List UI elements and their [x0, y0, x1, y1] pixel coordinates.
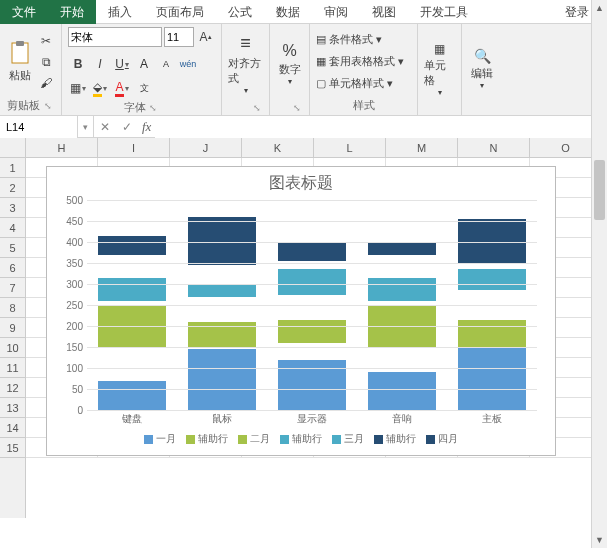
scroll-thumb[interactable] [594, 160, 605, 220]
embedded-chart[interactable]: 图表标题 050100150200250300350400450500 键盘鼠标… [46, 166, 556, 456]
italic-button[interactable]: I [90, 54, 110, 74]
x-label: 主板 [447, 412, 537, 426]
cells-area[interactable]: 图表标题 050100150200250300350400450500 键盘鼠标… [26, 158, 607, 518]
tab-start[interactable]: 开始 [48, 0, 96, 24]
col-header[interactable]: L [314, 138, 386, 157]
cells-button[interactable]: ▦单元格▾ [424, 27, 455, 111]
row-header[interactable]: 6 [0, 258, 25, 278]
phonetic-guide-icon[interactable]: 文 [134, 78, 154, 98]
font-size-select[interactable] [164, 27, 194, 47]
row-header[interactable]: 3 [0, 198, 25, 218]
tab-data[interactable]: 数据 [264, 0, 312, 24]
name-box[interactable] [0, 116, 78, 138]
row-header[interactable]: 15 [0, 438, 25, 458]
bar [278, 320, 346, 343]
chart-legend: 一月辅助行二月辅助行三月辅助行四月 [47, 432, 555, 446]
bar [368, 278, 436, 301]
paste-button[interactable]: 粘贴 [6, 27, 33, 96]
align-label: 对齐方式 [228, 56, 263, 86]
col-header[interactable]: N [458, 138, 530, 157]
table-format-button[interactable]: ▦套用表格格式▾ [316, 52, 404, 72]
x-axis-labels: 键盘鼠标显示器音响主板 [87, 412, 537, 426]
bar [278, 269, 346, 294]
number-launcher-icon[interactable]: ⤡ [276, 101, 303, 113]
tab-formula[interactable]: 公式 [216, 0, 264, 24]
enter-icon[interactable]: ✓ [116, 116, 138, 138]
namebox-dropdown-icon[interactable]: ▾ [78, 116, 94, 138]
row-header[interactable]: 2 [0, 178, 25, 198]
shrink-font-icon[interactable]: A [156, 54, 176, 74]
bold-button[interactable]: B [68, 54, 88, 74]
align-button[interactable]: ≡对齐方式▾ [228, 27, 263, 101]
group-styles: ▤条件格式▾ ▦套用表格格式▾ ▢单元格样式▾ 样式 [310, 24, 418, 115]
legend-item: 一月 [144, 432, 176, 446]
group-clipboard: 粘贴 ✂ ⧉ 🖌 剪贴板 ⤡ [0, 24, 62, 115]
row-header[interactable]: 5 [0, 238, 25, 258]
grow-font-icon[interactable]: A [134, 54, 154, 74]
font-name-select[interactable] [68, 27, 162, 47]
format-painter-button[interactable]: 🖌 [37, 74, 55, 92]
col-header[interactable]: J [170, 138, 242, 157]
tab-review[interactable]: 审阅 [312, 0, 360, 24]
row-header[interactable]: 14 [0, 418, 25, 438]
tab-insert[interactable]: 插入 [96, 0, 144, 24]
col-header[interactable]: K [242, 138, 314, 157]
bar [98, 236, 166, 255]
row-header[interactable]: 8 [0, 298, 25, 318]
x-label: 鼠标 [177, 412, 267, 426]
group-align: ≡对齐方式▾ ⤡ [222, 24, 270, 115]
fx-icon[interactable]: fx [138, 119, 155, 135]
border-button[interactable]: ▦ [68, 78, 88, 98]
group-font: A▴ B I U A A wén ▦ ⬙ A 文 字体 ⤡ [62, 24, 222, 115]
edit-button[interactable]: 🔍编辑▾ [468, 27, 496, 111]
row-headers: 123456789101112131415 [0, 138, 26, 518]
font-launcher-icon[interactable]: ⤡ [149, 103, 159, 113]
tab-layout[interactable]: 页面布局 [144, 0, 216, 24]
paste-label: 粘贴 [9, 68, 31, 83]
col-header[interactable]: M [386, 138, 458, 157]
edit-label: 编辑 [471, 66, 493, 81]
formula-input[interactable] [155, 116, 591, 138]
bar [278, 242, 346, 261]
select-all-corner[interactable] [0, 138, 25, 158]
tab-dev[interactable]: 开发工具 [408, 0, 480, 24]
legend-item: 辅助行 [280, 432, 322, 446]
font-group-label: 字体 [124, 101, 146, 113]
col-header[interactable]: H [26, 138, 98, 157]
row-header[interactable]: 9 [0, 318, 25, 338]
vertical-scrollbar[interactable]: ▲ ▼ [591, 0, 607, 518]
row-header[interactable]: 4 [0, 218, 25, 238]
cancel-icon[interactable]: ✕ [94, 116, 116, 138]
bar [188, 284, 256, 297]
row-header[interactable]: 10 [0, 338, 25, 358]
row-header[interactable]: 13 [0, 398, 25, 418]
x-label: 音响 [357, 412, 447, 426]
col-header[interactable]: I [98, 138, 170, 157]
x-label: 键盘 [87, 412, 177, 426]
increase-font-icon[interactable]: A▴ [196, 27, 215, 47]
conditional-format-button[interactable]: ▤条件格式▾ [316, 30, 404, 50]
fill-color-button[interactable]: ⬙ [90, 78, 110, 98]
group-edit: 🔍编辑▾ [462, 24, 502, 115]
percent-icon: % [282, 42, 296, 60]
tab-view[interactable]: 视图 [360, 0, 408, 24]
ribbon: 粘贴 ✂ ⧉ 🖌 剪贴板 ⤡ A▴ B I U A A wén [0, 24, 607, 116]
row-header[interactable]: 7 [0, 278, 25, 298]
bar [458, 269, 526, 290]
number-button[interactable]: %数字▾ [276, 27, 303, 101]
row-header[interactable]: 11 [0, 358, 25, 378]
align-launcher-icon[interactable]: ⤡ [228, 101, 263, 113]
copy-button[interactable]: ⧉ [37, 53, 55, 71]
underline-button[interactable]: U [112, 54, 132, 74]
legend-item: 辅助行 [186, 432, 228, 446]
row-header[interactable]: 1 [0, 158, 25, 178]
cell-style-button[interactable]: ▢单元格样式▾ [316, 74, 404, 94]
tab-file[interactable]: 文件 [0, 0, 48, 24]
scroll-up-icon[interactable]: ▲ [592, 0, 607, 16]
phonetic-button[interactable]: wén [178, 54, 198, 74]
font-color-button[interactable]: A [112, 78, 132, 98]
cut-button[interactable]: ✂ [37, 32, 55, 50]
clipboard-launcher-icon[interactable]: ⤡ [44, 101, 54, 111]
cellstyle-label: 单元格样式 [329, 76, 384, 91]
row-header[interactable]: 12 [0, 378, 25, 398]
